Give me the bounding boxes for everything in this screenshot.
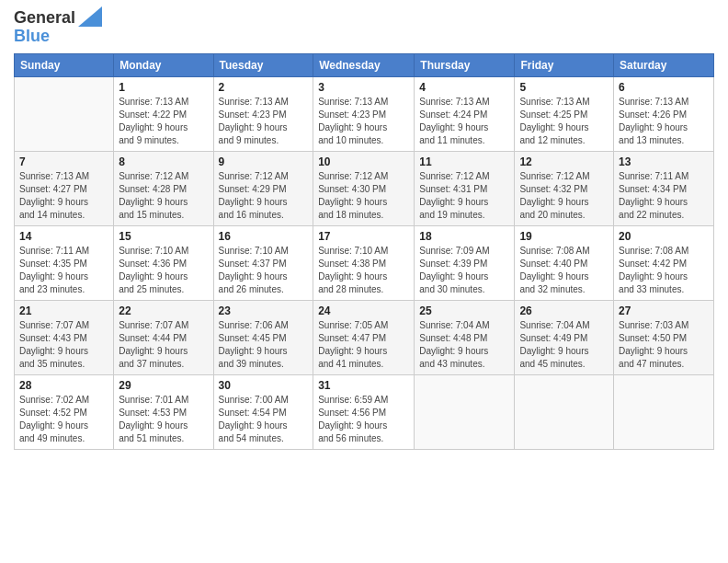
calendar-cell: 8Sunrise: 7:12 AM Sunset: 4:28 PM Daylig…	[114, 151, 213, 225]
day-number: 28	[19, 379, 108, 392]
day-number: 7	[19, 155, 108, 168]
day-number: 1	[119, 81, 208, 94]
day-number: 6	[619, 81, 709, 94]
day-info: Sunrise: 7:06 AM Sunset: 4:45 PM Dayligh…	[219, 319, 309, 371]
day-number: 10	[318, 155, 409, 168]
day-info: Sunrise: 7:12 AM Sunset: 4:30 PM Dayligh…	[318, 170, 409, 222]
day-info: Sunrise: 7:11 AM Sunset: 4:35 PM Dayligh…	[19, 245, 108, 296]
day-number: 30	[219, 379, 309, 392]
calendar-cell: 23Sunrise: 7:06 AM Sunset: 4:45 PM Dayli…	[213, 300, 313, 374]
calendar-cell	[614, 374, 714, 449]
day-number: 27	[619, 304, 709, 317]
day-number: 22	[119, 304, 208, 317]
day-number: 21	[19, 304, 108, 317]
day-info: Sunrise: 7:13 AM Sunset: 4:23 PM Dayligh…	[318, 96, 409, 147]
calendar-cell: 1Sunrise: 7:13 AM Sunset: 4:22 PM Daylig…	[114, 76, 213, 151]
day-info: Sunrise: 7:04 AM Sunset: 4:49 PM Dayligh…	[519, 319, 609, 371]
weekday-header-monday: Monday	[114, 53, 213, 76]
day-info: Sunrise: 7:12 AM Sunset: 4:28 PM Dayligh…	[119, 170, 208, 222]
day-info: Sunrise: 7:10 AM Sunset: 4:37 PM Dayligh…	[219, 245, 309, 296]
day-number: 9	[219, 155, 309, 168]
calendar-cell: 20Sunrise: 7:08 AM Sunset: 4:42 PM Dayli…	[614, 225, 714, 300]
day-info: Sunrise: 7:09 AM Sunset: 4:39 PM Dayligh…	[419, 245, 509, 296]
calendar-cell: 14Sunrise: 7:11 AM Sunset: 4:35 PM Dayli…	[15, 225, 114, 300]
day-info: Sunrise: 7:12 AM Sunset: 4:31 PM Dayligh…	[419, 170, 509, 222]
day-info: Sunrise: 7:13 AM Sunset: 4:23 PM Dayligh…	[219, 96, 309, 147]
calendar-cell: 2Sunrise: 7:13 AM Sunset: 4:23 PM Daylig…	[213, 76, 313, 151]
day-info: Sunrise: 7:11 AM Sunset: 4:34 PM Dayligh…	[619, 170, 709, 222]
day-info: Sunrise: 7:00 AM Sunset: 4:54 PM Dayligh…	[219, 394, 309, 445]
calendar-table: SundayMondayTuesdayWednesdayThursdayFrid…	[14, 53, 714, 450]
calendar-cell: 16Sunrise: 7:10 AM Sunset: 4:37 PM Dayli…	[213, 225, 313, 300]
calendar-cell: 31Sunrise: 6:59 AM Sunset: 4:56 PM Dayli…	[313, 374, 415, 449]
calendar-cell: 24Sunrise: 7:05 AM Sunset: 4:47 PM Dayli…	[313, 300, 415, 374]
weekday-header-sunday: Sunday	[15, 53, 114, 76]
calendar-cell: 19Sunrise: 7:08 AM Sunset: 4:40 PM Dayli…	[515, 225, 614, 300]
day-number: 24	[318, 304, 409, 317]
day-info: Sunrise: 7:12 AM Sunset: 4:32 PM Dayligh…	[519, 170, 609, 222]
calendar-cell	[415, 374, 515, 449]
day-number: 19	[519, 230, 609, 243]
day-info: Sunrise: 7:07 AM Sunset: 4:44 PM Dayligh…	[119, 319, 208, 371]
calendar-cell: 26Sunrise: 7:04 AM Sunset: 4:49 PM Dayli…	[515, 300, 614, 374]
day-number: 18	[419, 230, 509, 243]
calendar-cell: 15Sunrise: 7:10 AM Sunset: 4:36 PM Dayli…	[114, 225, 213, 300]
day-info: Sunrise: 7:13 AM Sunset: 4:24 PM Dayligh…	[419, 96, 509, 147]
calendar-cell: 6Sunrise: 7:13 AM Sunset: 4:26 PM Daylig…	[614, 76, 714, 151]
day-number: 16	[219, 230, 309, 243]
logo-icon	[78, 6, 102, 27]
day-number: 2	[219, 81, 309, 94]
weekday-header-wednesday: Wednesday	[313, 53, 415, 76]
day-info: Sunrise: 7:03 AM Sunset: 4:50 PM Dayligh…	[619, 319, 709, 371]
day-info: Sunrise: 7:13 AM Sunset: 4:22 PM Dayligh…	[119, 96, 208, 147]
day-number: 12	[519, 155, 609, 168]
calendar-cell	[515, 374, 614, 449]
weekday-header-saturday: Saturday	[614, 53, 714, 76]
day-number: 25	[419, 304, 509, 317]
day-info: Sunrise: 7:12 AM Sunset: 4:29 PM Dayligh…	[219, 170, 309, 222]
calendar-cell: 27Sunrise: 7:03 AM Sunset: 4:50 PM Dayli…	[614, 300, 714, 374]
calendar-cell: 18Sunrise: 7:09 AM Sunset: 4:39 PM Dayli…	[415, 225, 515, 300]
calendar-cell: 4Sunrise: 7:13 AM Sunset: 4:24 PM Daylig…	[415, 76, 515, 151]
calendar-cell: 3Sunrise: 7:13 AM Sunset: 4:23 PM Daylig…	[313, 76, 415, 151]
weekday-header-tuesday: Tuesday	[213, 53, 313, 76]
day-number: 14	[19, 230, 108, 243]
day-number: 20	[619, 230, 709, 243]
calendar-cell	[15, 76, 114, 151]
day-info: Sunrise: 7:13 AM Sunset: 4:25 PM Dayligh…	[519, 96, 609, 147]
day-info: Sunrise: 7:08 AM Sunset: 4:42 PM Dayligh…	[619, 245, 709, 296]
day-info: Sunrise: 6:59 AM Sunset: 4:56 PM Dayligh…	[318, 394, 409, 445]
calendar-cell: 21Sunrise: 7:07 AM Sunset: 4:43 PM Dayli…	[15, 300, 114, 374]
day-number: 15	[119, 230, 208, 243]
day-info: Sunrise: 7:04 AM Sunset: 4:48 PM Dayligh…	[419, 319, 509, 371]
weekday-header-thursday: Thursday	[415, 53, 515, 76]
day-number: 17	[318, 230, 409, 243]
svg-marker-0	[78, 6, 102, 27]
page-header: General Blue	[14, 9, 714, 46]
calendar-cell: 9Sunrise: 7:12 AM Sunset: 4:29 PM Daylig…	[213, 151, 313, 225]
calendar-cell: 30Sunrise: 7:00 AM Sunset: 4:54 PM Dayli…	[213, 374, 313, 449]
day-number: 11	[419, 155, 509, 168]
day-number: 5	[519, 81, 609, 94]
calendar-cell: 25Sunrise: 7:04 AM Sunset: 4:48 PM Dayli…	[415, 300, 515, 374]
day-info: Sunrise: 7:02 AM Sunset: 4:52 PM Dayligh…	[19, 394, 108, 445]
day-info: Sunrise: 7:10 AM Sunset: 4:36 PM Dayligh…	[119, 245, 208, 296]
day-number: 13	[619, 155, 709, 168]
calendar-cell: 29Sunrise: 7:01 AM Sunset: 4:53 PM Dayli…	[114, 374, 213, 449]
page-container: General Blue SundayMondayTuesdayWednesda…	[0, 0, 728, 563]
day-number: 8	[119, 155, 208, 168]
calendar-cell: 28Sunrise: 7:02 AM Sunset: 4:52 PM Dayli…	[15, 374, 114, 449]
calendar-cell: 7Sunrise: 7:13 AM Sunset: 4:27 PM Daylig…	[15, 151, 114, 225]
day-info: Sunrise: 7:07 AM Sunset: 4:43 PM Dayligh…	[19, 319, 108, 371]
day-number: 4	[419, 81, 509, 94]
calendar-cell: 22Sunrise: 7:07 AM Sunset: 4:44 PM Dayli…	[114, 300, 213, 374]
day-info: Sunrise: 7:10 AM Sunset: 4:38 PM Dayligh…	[318, 245, 409, 296]
weekday-header-friday: Friday	[515, 53, 614, 76]
logo: General Blue	[14, 9, 102, 46]
day-info: Sunrise: 7:13 AM Sunset: 4:27 PM Dayligh…	[19, 170, 108, 222]
day-number: 23	[219, 304, 309, 317]
day-number: 31	[318, 379, 409, 392]
day-number: 29	[119, 379, 208, 392]
calendar-cell: 10Sunrise: 7:12 AM Sunset: 4:30 PM Dayli…	[313, 151, 415, 225]
logo-blue-text: Blue	[14, 28, 102, 46]
